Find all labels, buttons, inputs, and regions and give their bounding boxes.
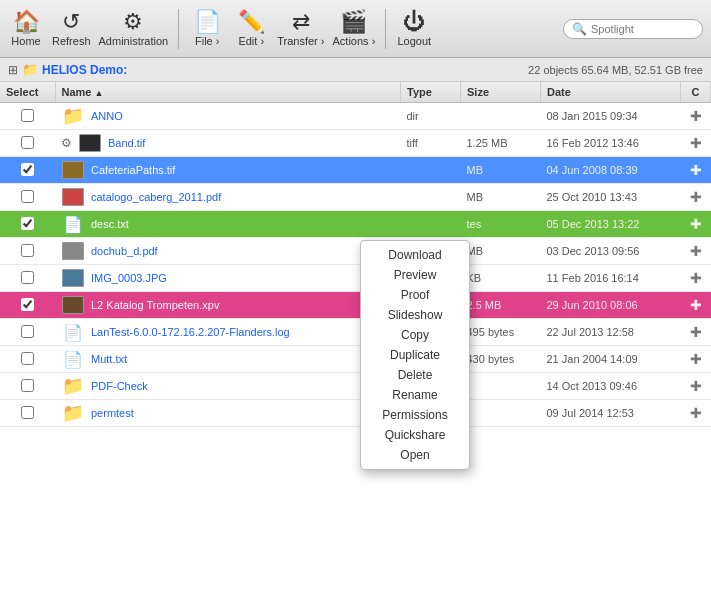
context-menu-item-download[interactable]: Download [361,245,469,265]
row-type-cell [401,157,461,184]
row-name-text: Band.tif [108,137,145,149]
home-button[interactable]: 🏠 Home [8,11,44,47]
row-date-cell: 08 Jan 2015 09:34 [541,103,681,130]
row-add-cell[interactable]: ✚ [681,400,711,427]
row-size-cell: 2.5 MB [461,292,541,319]
file-menu[interactable]: 📄 File › [189,11,225,47]
row-name-cell[interactable]: CafeteriaPaths.tif [55,157,401,183]
spotlight-search[interactable]: 🔍 [563,19,703,39]
row-checkbox[interactable] [21,163,34,176]
add-icon[interactable]: ✚ [690,243,702,259]
row-add-cell[interactable]: ✚ [681,319,711,346]
table-row[interactable]: 📄desc.txttes05 Dec 2013 13:22✚ [0,211,711,238]
row-name-cell[interactable]: IMG_0003.JPG [55,265,401,291]
row-add-cell[interactable]: ✚ [681,346,711,373]
context-menu-item-preview[interactable]: Preview [361,265,469,285]
add-icon[interactable]: ✚ [690,135,702,151]
sort-arrow-icon: ▲ [95,88,104,98]
table-row[interactable]: 📄LanTest-6.0.0-172.16.2.207-Flanders.log… [0,319,711,346]
row-checkbox[interactable] [21,244,34,257]
row-checkbox[interactable] [21,352,34,365]
refresh-button[interactable]: ↺ Refresh [52,11,91,47]
row-add-cell[interactable]: ✚ [681,265,711,292]
row-name-cell[interactable]: 📄LanTest-6.0.0-172.16.2.207-Flanders.log [55,319,401,345]
col-header-name[interactable]: Name ▲ [55,82,401,103]
thumbnail-icon [61,241,85,261]
table-row[interactable]: 📁PDF-Checkdir14 Oct 2013 09:46✚ [0,373,711,400]
row-name-cell[interactable]: 📁permtest [55,400,401,426]
context-menu-item-rename[interactable]: Rename [361,385,469,405]
doc-icon: 📄 [61,322,85,342]
table-row[interactable]: L2 Katalog Trompeten.xpvdata2.5 MB29 Jun… [0,292,711,319]
row-add-cell[interactable]: ✚ [681,130,711,157]
gear-icon[interactable]: ⚙ [61,136,72,150]
administration-button[interactable]: ⚙ Administration [99,11,169,47]
row-name-cell[interactable]: L2 Katalog Trompeten.xpv [55,292,401,318]
row-checkbox[interactable] [21,136,34,149]
context-menu-item-open[interactable]: Open [361,445,469,465]
row-add-cell[interactable]: ✚ [681,373,711,400]
row-add-cell[interactable]: ✚ [681,238,711,265]
transfer-menu[interactable]: ⇄ Transfer › [277,11,324,47]
row-name-text: IMG_0003.JPG [91,272,167,284]
actions-icon: 🎬 [340,11,367,33]
context-menu-item-quickshare[interactable]: Quickshare [361,425,469,445]
row-add-cell[interactable]: ✚ [681,211,711,238]
table-row[interactable]: dochub_d.pdfMB03 Dec 2013 09:56✚ [0,238,711,265]
row-checkbox[interactable] [21,271,34,284]
row-name-cell[interactable]: 📁PDF-Check [55,373,401,399]
refresh-label: Refresh [52,35,91,47]
context-menu-item-copy[interactable]: Copy [361,325,469,345]
table-row[interactable]: IMG_0003.JPGKB11 Feb 2016 16:14✚ [0,265,711,292]
table-row[interactable]: CafeteriaPaths.tifMB04 Jun 2008 08:39✚ [0,157,711,184]
add-icon[interactable]: ✚ [690,270,702,286]
context-menu-item-duplicate[interactable]: Duplicate [361,345,469,365]
thumbnail-icon [61,295,85,315]
actions-menu[interactable]: 🎬 Actions › [333,11,376,47]
row-checkbox[interactable] [21,109,34,122]
row-name-cell[interactable]: 📁ANNO [55,103,401,129]
add-icon[interactable]: ✚ [690,297,702,313]
col-header-type: Type [401,82,461,103]
row-name-text: PDF-Check [91,380,148,392]
row-name-cell[interactable]: ⚙Band.tif [55,130,401,156]
table-row[interactable]: ⚙Band.tiftiff1.25 MB16 Feb 2012 13:46✚ [0,130,711,157]
row-name-cell[interactable]: dochub_d.pdf [55,238,401,264]
logout-label: Logout [397,35,431,47]
row-checkbox[interactable] [21,325,34,338]
row-name-cell[interactable]: catalogo_caberg_2011.pdf [55,184,401,210]
row-add-cell[interactable]: ✚ [681,103,711,130]
logout-button[interactable]: ⏻ Logout [396,11,432,47]
thumbnail-icon [61,160,85,180]
row-add-cell[interactable]: ✚ [681,292,711,319]
spotlight-input[interactable] [591,23,701,35]
context-menu-item-permissions[interactable]: Permissions [361,405,469,425]
context-menu-item-proof[interactable]: Proof [361,285,469,305]
row-checkbox[interactable] [21,379,34,392]
table-row[interactable]: 📄Mutt.txttext430 bytes21 Jan 2004 14:09✚ [0,346,711,373]
row-add-cell[interactable]: ✚ [681,184,711,211]
edit-menu[interactable]: ✏️ Edit › [233,11,269,47]
add-icon[interactable]: ✚ [690,108,702,124]
row-checkbox[interactable] [21,217,34,230]
add-icon[interactable]: ✚ [690,405,702,421]
table-row[interactable]: catalogo_caberg_2011.pdfMB25 Oct 2010 13… [0,184,711,211]
add-icon[interactable]: ✚ [690,216,702,232]
add-icon[interactable]: ✚ [690,189,702,205]
row-checkbox[interactable] [21,406,34,419]
add-icon[interactable]: ✚ [690,162,702,178]
context-menu-item-delete[interactable]: Delete [361,365,469,385]
row-name-cell[interactable]: 📄desc.txt [55,211,401,237]
row-size-cell: 430 bytes [461,346,541,373]
add-icon[interactable]: ✚ [690,351,702,367]
row-add-cell[interactable]: ✚ [681,157,711,184]
row-checkbox[interactable] [21,298,34,311]
context-menu-item-slideshow[interactable]: Slideshow [361,305,469,325]
add-icon[interactable]: ✚ [690,324,702,340]
add-icon[interactable]: ✚ [690,378,702,394]
row-checkbox[interactable] [21,190,34,203]
table-row[interactable]: 📁ANNOdir08 Jan 2015 09:34✚ [0,103,711,130]
row-name-cell[interactable]: 📄Mutt.txt [55,346,401,372]
table-row[interactable]: 📁permtestdir09 Jul 2014 12:53✚ [0,400,711,427]
row-name-text: L2 Katalog Trompeten.xpv [91,299,219,311]
